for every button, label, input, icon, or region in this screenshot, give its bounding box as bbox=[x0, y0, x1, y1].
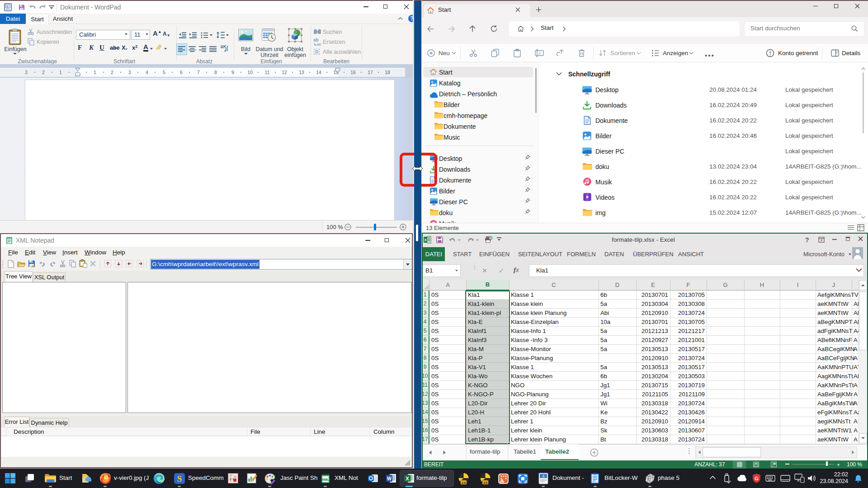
svg-text:11: 11 bbox=[265, 70, 270, 75]
svg-text:X: X bbox=[424, 238, 427, 242]
svg-text:4: 4 bbox=[146, 70, 148, 75]
svg-text:X: X bbox=[406, 476, 409, 481]
svg-text:5: 5 bbox=[163, 70, 165, 75]
svg-text:12: 12 bbox=[282, 70, 287, 75]
svg-text:G: G bbox=[755, 476, 759, 481]
svg-text:10: 10 bbox=[247, 70, 253, 75]
svg-text:A: A bbox=[542, 474, 545, 479]
svg-text:3: 3 bbox=[128, 70, 131, 75]
svg-text:1: 1 bbox=[94, 70, 96, 75]
svg-text:13: 13 bbox=[299, 70, 304, 75]
svg-text:16: 16 bbox=[350, 70, 356, 75]
svg-text:7: 7 bbox=[197, 70, 200, 75]
svg-text:S: S bbox=[177, 474, 182, 483]
svg-text:2: 2 bbox=[111, 70, 113, 75]
svg-text:1: 1 bbox=[59, 70, 62, 75]
svg-text:9: 9 bbox=[231, 70, 234, 75]
svg-text:17: 17 bbox=[368, 70, 373, 75]
svg-text:8: 8 bbox=[214, 70, 217, 75]
svg-text:XML: XML bbox=[322, 478, 329, 482]
svg-text:W: W bbox=[387, 476, 392, 481]
svg-text:24: 24 bbox=[462, 481, 466, 485]
svg-text:25: 25 bbox=[483, 481, 487, 485]
svg-text:A: A bbox=[538, 51, 541, 56]
svg-text:14: 14 bbox=[316, 70, 321, 75]
svg-text:18: 18 bbox=[385, 70, 390, 75]
svg-text:3: 3 bbox=[25, 70, 28, 75]
svg-text:IV: IV bbox=[234, 475, 236, 478]
svg-text:6: 6 bbox=[180, 70, 183, 75]
svg-text:2: 2 bbox=[42, 70, 45, 75]
